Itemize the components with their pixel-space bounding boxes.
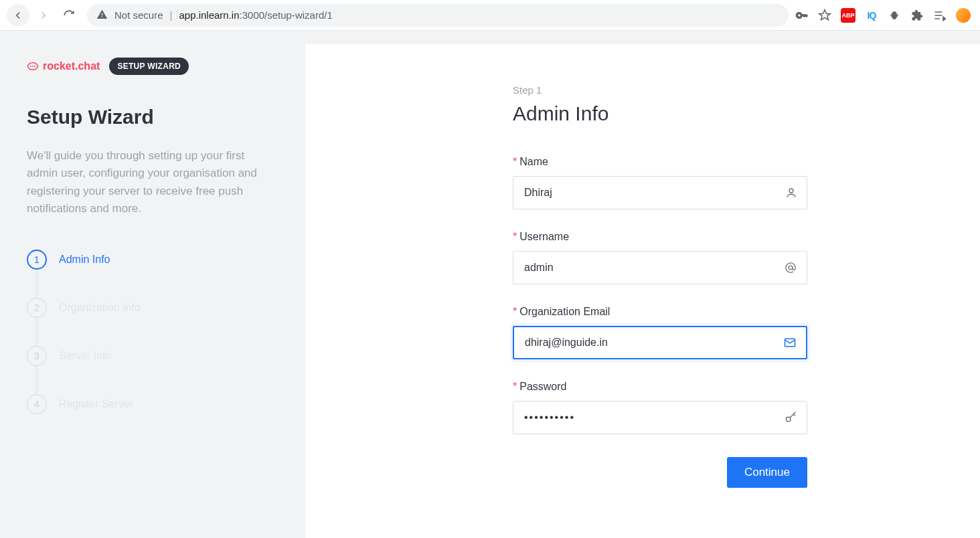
nav-reload-button[interactable] [58, 4, 80, 27]
logo-text: rocket.chat [43, 60, 100, 72]
at-icon [784, 261, 797, 274]
step-number: 4 [27, 394, 47, 414]
key-icon[interactable] [795, 9, 809, 22]
bug-icon[interactable] [888, 9, 901, 22]
rocketchat-icon [27, 60, 39, 72]
email-input-wrap[interactable] [513, 326, 807, 359]
step-connector [36, 318, 37, 346]
user-icon [785, 187, 797, 199]
nav-back-button[interactable] [7, 4, 29, 27]
setup-wizard-badge: SETUP WIZARD [109, 58, 189, 75]
step-organization-info[interactable]: 2 Organization Info [27, 298, 278, 318]
password-input-wrap[interactable] [513, 401, 807, 434]
puzzle-icon[interactable] [910, 9, 924, 22]
form-title: Admin Info [513, 102, 807, 125]
field-password: *Password [513, 381, 807, 434]
logo-row: rocket.chat SETUP WIZARD [27, 58, 278, 75]
step-admin-info[interactable]: 1 Admin Info [27, 250, 278, 270]
step-label: Register Server [59, 398, 133, 410]
address-bar[interactable]: Not secure | app.inlearn.in:3000/setup-w… [87, 4, 789, 27]
key-icon [784, 411, 797, 424]
playlist-icon[interactable] [933, 9, 947, 22]
svg-point-4 [789, 189, 793, 193]
username-input-wrap[interactable] [513, 251, 807, 284]
name-label: *Name [513, 156, 807, 168]
wizard-sidebar: rocket.chat SETUP WIZARD Setup Wizard We… [0, 31, 305, 538]
rocketchat-logo: rocket.chat [27, 60, 100, 72]
field-email: *Organization Email [513, 306, 807, 359]
continue-button[interactable]: Continue [727, 457, 807, 488]
extension-icons: ABP IQ [795, 8, 973, 23]
step-number: 3 [27, 346, 47, 366]
abp-icon[interactable]: ABP [841, 8, 855, 23]
step-connector [36, 270, 37, 298]
step-indicator: Step 1 [513, 84, 807, 96]
username-input[interactable] [524, 262, 776, 274]
step-register-server[interactable]: 4 Register Server [27, 394, 278, 414]
url-text: app.inlearn.in:3000/setup-wizard/1 [179, 9, 332, 21]
name-input[interactable] [524, 187, 776, 199]
iq-icon[interactable]: IQ [865, 9, 878, 22]
step-number: 2 [27, 298, 47, 318]
button-row: Continue [513, 457, 807, 488]
sidebar-title: Setup Wizard [27, 106, 278, 128]
page-body: rocket.chat SETUP WIZARD Setup Wizard We… [0, 31, 980, 538]
browser-toolbar: Not secure | app.inlearn.in:3000/setup-w… [0, 0, 980, 31]
wizard-steps: 1 Admin Info 2 Organization Info 3 Serve… [27, 250, 278, 414]
step-label: Organization Info [59, 302, 141, 314]
profile-avatar[interactable] [956, 8, 971, 23]
svg-point-3 [34, 66, 35, 67]
svg-point-1 [30, 66, 31, 67]
password-input[interactable] [524, 412, 776, 424]
field-name: *Name [513, 156, 807, 209]
warning-icon [96, 9, 108, 22]
sidebar-description: We'll guide you through setting up your … [27, 147, 274, 217]
step-server-info[interactable]: 3 Server Info [27, 346, 278, 366]
mail-icon [783, 336, 797, 349]
name-input-wrap[interactable] [513, 176, 807, 209]
svg-point-5 [789, 266, 793, 270]
email-input[interactable] [525, 337, 775, 349]
username-label: *Username [513, 231, 807, 243]
email-label: *Organization Email [513, 306, 807, 318]
field-username: *Username [513, 231, 807, 284]
step-connector [36, 366, 37, 394]
svg-point-2 [32, 66, 33, 67]
not-secure-label: Not secure [114, 9, 163, 21]
star-icon[interactable] [818, 9, 831, 22]
nav-forward-button[interactable] [32, 4, 55, 27]
step-number: 1 [27, 250, 47, 270]
password-label: *Password [513, 381, 807, 393]
address-separator: | [170, 9, 173, 21]
main-panel: Step 1 Admin Info *Name *Username [305, 44, 980, 538]
step-label: Admin Info [59, 254, 110, 266]
step-label: Server Info [59, 350, 111, 362]
